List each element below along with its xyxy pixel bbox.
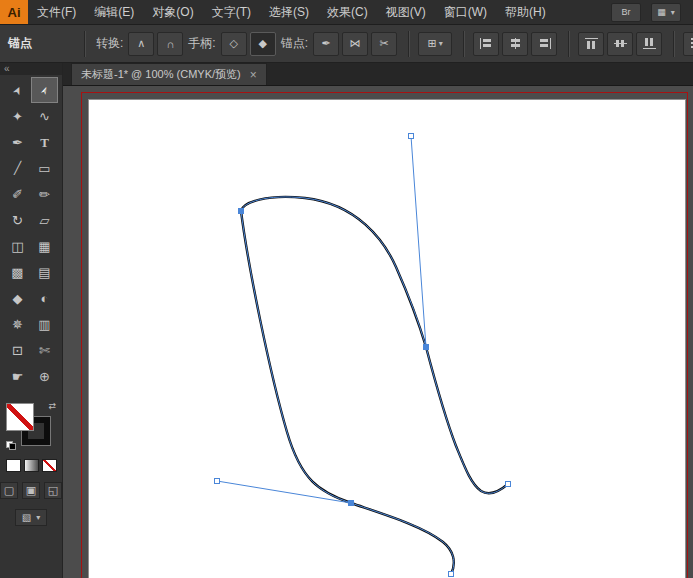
anchors-label: 锚点: xyxy=(281,35,308,52)
swap-fill-stroke-icon[interactable]: ⇄ xyxy=(48,401,56,411)
paintbrush-tool[interactable]: ✐ xyxy=(4,181,31,207)
rectangle-icon: ▭ xyxy=(38,162,50,175)
menu-item-effect[interactable]: 效果(C) xyxy=(318,0,377,24)
align-bottom-button[interactable] xyxy=(636,32,662,56)
convert-to-smooth-button[interactable]: ∩ xyxy=(157,32,183,56)
mesh-tool[interactable]: ▩ xyxy=(4,259,31,285)
menu-item-window[interactable]: 窗口(W) xyxy=(435,0,496,24)
menu-item-object[interactable]: 对象(O) xyxy=(143,0,202,24)
toolbar-collapse-button[interactable]: « xyxy=(0,63,62,75)
cut-path-icon: ✂ xyxy=(379,37,388,50)
shape-builder-tool[interactable]: ◫ xyxy=(4,233,31,259)
align-top-icon xyxy=(585,38,598,49)
perspective-grid-tool[interactable]: ▦ xyxy=(31,233,58,259)
rectangle-tool[interactable]: ▭ xyxy=(31,155,58,181)
paintbrush-icon: ✐ xyxy=(12,188,23,201)
menu-item-view[interactable]: 视图(V) xyxy=(377,0,435,24)
document-column: 未标题-1* @ 100% (CMYK/预览) × xyxy=(63,63,693,578)
align-bottom-icon xyxy=(643,38,656,49)
align-middle-button[interactable] xyxy=(607,32,633,56)
path-endpoint[interactable] xyxy=(506,482,511,487)
free-transform-tool[interactable]: ▱ xyxy=(31,207,58,233)
distribute-vertical-button[interactable] xyxy=(683,32,693,56)
handle-endpoint[interactable] xyxy=(409,134,414,139)
eyedropper-tool[interactable]: ◆ xyxy=(4,285,31,311)
menu-item-edit[interactable]: 编辑(E) xyxy=(85,0,143,24)
none-button[interactable] xyxy=(42,459,57,472)
menubar-right-icons: Br ▦ ▾ xyxy=(611,3,693,22)
hide-handles-button[interactable]: ◆ xyxy=(250,32,276,56)
lasso-icon: ∿ xyxy=(39,110,50,123)
fill-swatch[interactable] xyxy=(6,403,34,431)
rotate-tool[interactable]: ↻ xyxy=(4,207,31,233)
type-tool[interactable]: T xyxy=(31,129,58,155)
artboard-tool[interactable]: ⊡ xyxy=(4,337,31,363)
delete-anchor-button[interactable]: ✒ xyxy=(313,32,339,56)
hand-tool[interactable]: ☛ xyxy=(4,363,31,389)
workspace-icon: ▦ xyxy=(657,7,666,17)
align-right-button[interactable] xyxy=(531,32,557,56)
connect-endpoints-button[interactable]: ⋈ xyxy=(342,32,368,56)
align-center-button[interactable] xyxy=(502,32,528,56)
free-transform-icon: ▱ xyxy=(40,214,50,227)
path-endpoint[interactable] xyxy=(449,572,454,577)
gradient-tool[interactable]: ▤ xyxy=(31,259,58,285)
show-handles-icon: ◇ xyxy=(229,37,237,50)
color-button[interactable] xyxy=(6,459,21,472)
handles-label: 手柄: xyxy=(188,35,215,52)
default-fill-stroke-icon[interactable] xyxy=(6,441,16,449)
align-middle-icon xyxy=(614,38,627,49)
distribute-vertical-icon xyxy=(690,38,693,49)
bezier-path[interactable] xyxy=(241,197,508,574)
gradient-button[interactable] xyxy=(24,459,39,472)
separator xyxy=(84,31,86,57)
align-top-button[interactable] xyxy=(578,32,604,56)
align-left-button[interactable] xyxy=(473,32,499,56)
main-area: « ➤➣✦∿✒T╱▭✐✏↻▱◫▦▩▤◆◐✵▥⊡✄☛⊕ ⇄ ▢ ▣ ◱ ▧ ▾ xyxy=(0,63,693,578)
transform-options-button[interactable]: ⊞ ▾ xyxy=(418,32,452,56)
change-screen-mode-button[interactable]: ▧ ▾ xyxy=(15,509,47,526)
menu-bar: Ai 文件(F)编辑(E)对象(O)文字(T)选择(S)效果(C)视图(V)窗口… xyxy=(0,0,693,25)
anchor-point[interactable] xyxy=(239,209,244,214)
show-handles-button[interactable]: ◇ xyxy=(221,32,247,56)
convert-label: 转换: xyxy=(96,35,123,52)
lasso-tool[interactable]: ∿ xyxy=(31,103,58,129)
direction-handle-line[interactable] xyxy=(217,481,351,503)
pen-tool[interactable]: ✒ xyxy=(4,129,31,155)
zoom-tool[interactable]: ⊕ xyxy=(31,363,58,389)
draw-normal-button[interactable]: ▢ xyxy=(0,482,18,499)
canvas-area[interactable] xyxy=(63,86,693,578)
canvas-overlay[interactable] xyxy=(63,86,693,578)
slice-tool[interactable]: ✄ xyxy=(31,337,58,363)
fill-stroke-widget: ⇄ xyxy=(6,401,56,449)
draw-behind-button[interactable]: ▣ xyxy=(22,482,40,499)
delete-anchor-icon: ✒ xyxy=(321,37,330,50)
workspace-switcher-button[interactable]: ▦ ▾ xyxy=(651,3,681,22)
convert-to-corner-button[interactable]: ∧ xyxy=(128,32,154,56)
rotate-icon: ↻ xyxy=(12,214,23,227)
direction-handle-line[interactable] xyxy=(411,136,426,347)
pencil-tool[interactable]: ✏ xyxy=(31,181,58,207)
column-graph-tool[interactable]: ▥ xyxy=(31,311,58,337)
direct-selection-tool[interactable]: ➣ xyxy=(31,77,58,103)
handle-endpoint[interactable] xyxy=(215,479,220,484)
anchor-point[interactable] xyxy=(349,501,354,506)
menu-item-select[interactable]: 选择(S) xyxy=(260,0,318,24)
menu-item-help[interactable]: 帮助(H) xyxy=(496,0,555,24)
draw-inside-button[interactable]: ◱ xyxy=(44,482,62,499)
selection-tool[interactable]: ➤ xyxy=(4,77,31,103)
document-tab[interactable]: 未标题-1* @ 100% (CMYK/预览) × xyxy=(71,63,267,85)
anchor-point[interactable] xyxy=(424,345,429,350)
menu-item-type[interactable]: 文字(T) xyxy=(203,0,260,24)
menu-item-file[interactable]: 文件(F) xyxy=(28,0,85,24)
magic-wand-tool[interactable]: ✦ xyxy=(4,103,31,129)
cut-path-button[interactable]: ✂ xyxy=(371,32,397,56)
bridge-button[interactable]: Br xyxy=(611,3,641,22)
blend-tool[interactable]: ◐ xyxy=(31,285,58,311)
selection-icon: ➤ xyxy=(11,83,25,96)
shape-builder-icon: ◫ xyxy=(11,240,23,253)
symbol-sprayer-tool[interactable]: ✵ xyxy=(4,311,31,337)
line-tool[interactable]: ╱ xyxy=(4,155,31,181)
zoom-icon: ⊕ xyxy=(39,370,50,383)
close-icon[interactable]: × xyxy=(250,68,257,82)
